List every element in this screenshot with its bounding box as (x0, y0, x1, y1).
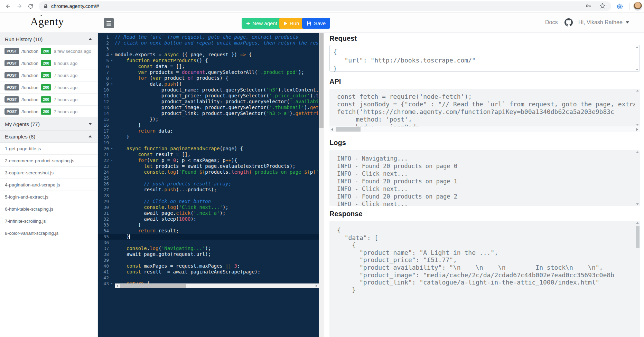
api-vertical-scrollbar[interactable] (635, 89, 640, 132)
example-item[interactable]: 4-pagination-and-scrape.js (0, 179, 97, 191)
api-snippet[interactable]: const fetch = require('node-fetch');cons… (329, 89, 640, 132)
scroll-right-arrow[interactable] (636, 128, 638, 131)
docs-link[interactable]: Docs (545, 19, 558, 26)
scroll-left-arrow[interactable] (116, 285, 118, 287)
code-line[interactable]: 17 return data; (98, 128, 324, 134)
run-history-item[interactable]: POST/function2007 hours ago (0, 69, 97, 81)
code-line[interactable]: 41 const result = await paginateAndScrap… (98, 269, 324, 275)
code-line[interactable]: 2// click on next button and repeat unti… (98, 40, 324, 46)
code-text: const result = await paginateAndScrape(p… (115, 269, 324, 275)
logs-output[interactable]: INFO - Navigating...INFO - Found 20 prod… (329, 150, 640, 206)
code-line[interactable]: 27 result.push(...products); (98, 187, 324, 193)
code-line[interactable]: 24 console.log(`Found ${products.length}… (98, 169, 324, 175)
code-line[interactable]: 6 const data = []; (98, 64, 324, 69)
code-line[interactable]: 9▾ data.push({ (98, 81, 324, 87)
example-item[interactable]: 1-get-page-title.js (0, 143, 97, 155)
scrollbar-thumb[interactable] (636, 226, 640, 248)
code-line[interactable]: 40 const maxPages = request.maxPages || … (98, 263, 324, 269)
code-line[interactable]: 8▾ for (var product of products) { (98, 75, 324, 81)
editor-horizontal-scrollbar[interactable] (115, 283, 319, 288)
code-line[interactable]: 22▾ for(var p = 0; p < maxPages; p++){ (98, 157, 324, 163)
code-line[interactable]: 12 product_availability: product.querySe… (98, 99, 324, 105)
section-my-agents[interactable]: My Agents (77) (0, 118, 97, 130)
response-output[interactable]: { "data": [ { "product_name": "A Light i… (329, 221, 640, 337)
code-line[interactable]: 5▾ function extractProducts() { (98, 58, 324, 64)
scroll-left-arrow[interactable] (331, 128, 333, 131)
request-input[interactable]: { "url": "http://books.toscrape.com/"} (329, 45, 640, 72)
scrollbar-thumb[interactable] (120, 284, 186, 288)
code-line[interactable]: 39 (98, 257, 324, 263)
code-line[interactable]: 35 } (98, 234, 324, 240)
run-history-item[interactable]: POST/function2007 hours ago (0, 81, 97, 94)
code-line[interactable]: 33 } (98, 222, 324, 228)
code-line[interactable]: 29 // Click on next button (98, 199, 324, 204)
code-line[interactable]: 19 (98, 140, 324, 146)
example-item[interactable]: 2-ecommerce-product-scraping.js (0, 155, 97, 167)
hamburger-menu-button[interactable] (104, 18, 114, 28)
scroll-right-arrow[interactable] (316, 285, 317, 287)
token (115, 204, 144, 210)
run-button[interactable]: Run (279, 18, 304, 29)
scrollbar-thumb[interactable] (319, 33, 324, 128)
request-scrollbar[interactable] (635, 45, 640, 71)
key-icon[interactable] (585, 2, 592, 10)
run-history-item[interactable]: POST/function2007 hours ago (0, 106, 97, 118)
code-line[interactable]: 3 (98, 46, 324, 52)
code-line[interactable]: 18 } (98, 134, 324, 140)
code-line[interactable]: 37 console.log('Navigating...'); (98, 245, 324, 251)
code-line[interactable]: 42 (98, 275, 324, 281)
extension-robot-icon[interactable] (616, 2, 624, 10)
token: paginateAndScrape (170, 146, 220, 151)
example-item[interactable]: 5-login-and-extract.js (0, 191, 97, 203)
user-menu[interactable]: Hi, Vikash Rathee (578, 19, 629, 26)
code-line[interactable]: 30 console.log('Click next...'); (98, 204, 324, 210)
back-button[interactable] (4, 2, 12, 10)
fold-marker-icon (109, 193, 115, 199)
code-line[interactable]: 13 product_image: product.querySelector(… (98, 105, 324, 110)
code-line[interactable]: 31 await page.click('.next a'); (98, 210, 324, 216)
code-line[interactable]: 1// Read the `url` from request, goto th… (98, 34, 324, 40)
code-line[interactable]: 32 await sleep(1000); (98, 216, 324, 222)
github-icon[interactable] (564, 18, 573, 27)
code-line[interactable]: 7 var products = document.querySelectorA… (98, 69, 324, 75)
editor-vertical-scrollbar[interactable] (319, 33, 324, 337)
code-line[interactable]: 16 } (98, 122, 324, 128)
scrollbar-thumb[interactable] (336, 127, 361, 132)
example-item[interactable]: 6-html-table-scraping.js (0, 203, 97, 215)
api-horizontal-scrollbar[interactable] (329, 126, 640, 132)
code-editor[interactable]: 1// Read the `url` from request, goto th… (98, 33, 324, 337)
code-line[interactable]: 34 return result; (98, 228, 324, 234)
new-agent-button[interactable]: + New agent (242, 18, 282, 29)
code-line[interactable]: 4▾module.exports = async ({ page, reques… (98, 52, 324, 58)
forward-button[interactable] (15, 2, 24, 10)
code-line[interactable]: 15 }); (98, 116, 324, 122)
reload-button[interactable] (26, 2, 35, 10)
code-line[interactable]: 14 product_link: product.querySelector('… (98, 110, 324, 116)
code-line[interactable]: 38 await page.goto(request.url); (98, 251, 324, 257)
token: } (249, 169, 252, 175)
example-item[interactable]: 8-color-variant-scraping.js (0, 227, 97, 239)
run-history-item[interactable]: POST/function200a few seconds ago (0, 45, 97, 57)
example-item[interactable]: 7-infinite-scrolling.js (0, 215, 97, 227)
code-line[interactable]: 11 product_price: product.querySelector(… (98, 93, 324, 99)
code-line[interactable]: 26 // push products result array; (98, 181, 324, 187)
code-line[interactable]: 25 (98, 175, 324, 181)
browser-profile-avatar[interactable] (633, 2, 642, 11)
code-line[interactable]: 23 let products = await page.evaluate(ex… (98, 163, 324, 169)
line-number: 6 (98, 64, 109, 69)
section-examples[interactable]: Examples (8) (0, 130, 97, 143)
code-line[interactable]: 28 (98, 193, 324, 199)
bookmark-star-icon[interactable] (599, 2, 607, 10)
code-line[interactable]: 20▾ async function paginateAndScrape(pag… (98, 146, 324, 152)
save-button[interactable]: Save (302, 18, 330, 29)
run-history-item[interactable]: POST/function2007 hours ago (0, 94, 97, 106)
section-run-history[interactable]: Run History (10) (0, 33, 97, 45)
logs-scrollbar[interactable] (635, 150, 640, 206)
run-history-item[interactable]: POST/function2006 hours ago (0, 57, 97, 69)
code-line[interactable]: 10 product_name: product.querySelector('… (98, 87, 324, 93)
code-line[interactable]: 36 (98, 240, 324, 245)
request-line: { (333, 48, 635, 56)
url-bar[interactable]: chrome.agenty.com/# (39, 1, 611, 11)
code-line[interactable]: 21 const result = []; (98, 152, 324, 157)
example-item[interactable]: 3-capture-screenshot.js (0, 167, 97, 179)
